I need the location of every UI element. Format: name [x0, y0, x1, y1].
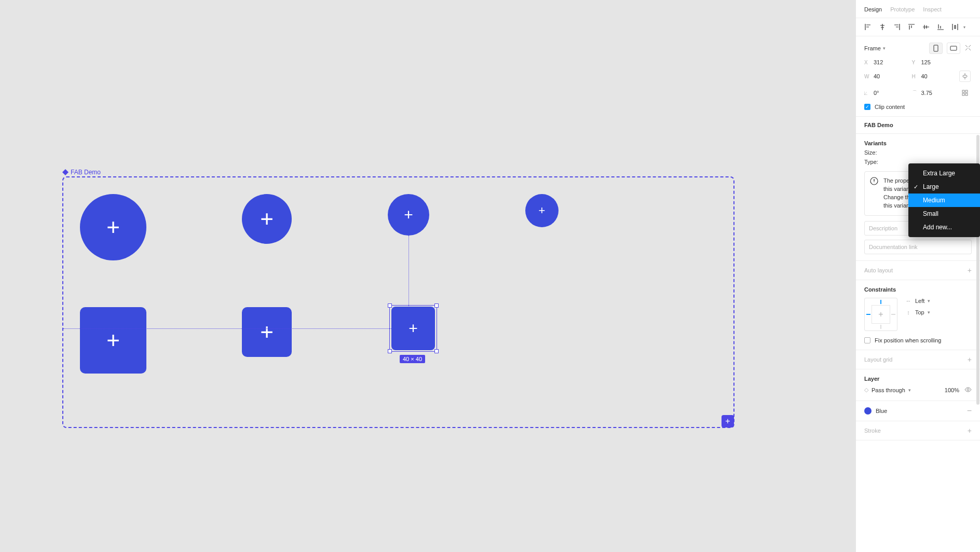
inspector-panel: Design Prototype Inspect ▾ Frame ▾ X 3: [855, 0, 980, 552]
w-label: W: [864, 74, 870, 79]
align-left-icon[interactable]: [864, 23, 872, 31]
dropdown-item-extra-large[interactable]: Extra Large: [908, 167, 980, 180]
constraint-bottom-indicator: [880, 325, 881, 329]
fab-variant-medium-square-selected[interactable]: +: [391, 307, 435, 350]
svg-rect-1: [950, 46, 957, 50]
align-center-v-icon[interactable]: [922, 23, 930, 31]
fill-swatch: [864, 407, 872, 415]
variants-title: Variants: [864, 140, 887, 146]
canvas[interactable]: FAB Demo + + + + + + + 40 × 40 +: [0, 0, 855, 552]
variant-size-label: Size:: [864, 149, 889, 156]
alignment-controls: ▾: [856, 18, 980, 36]
radius-value[interactable]: 3.75: [921, 90, 957, 96]
layer-opacity-value[interactable]: 100%: [945, 387, 959, 393]
constraints-section: Constraints + ↔ Left ▾ ↕ Top ▾: [856, 280, 980, 350]
clip-content-label: Clip content: [875, 104, 905, 110]
component-frame[interactable]: + + + + + + + 40 × 40 +: [62, 176, 734, 428]
plus-icon: +: [878, 310, 883, 319]
fab-variant-extra-large-circle[interactable]: +: [80, 194, 146, 260]
distribute-icon[interactable]: [951, 23, 959, 31]
align-center-h-icon[interactable]: [879, 23, 886, 31]
plus-icon: +: [404, 207, 413, 223]
detach-style-button[interactable]: −: [967, 406, 972, 416]
constrain-proportions-button[interactable]: [959, 71, 971, 82]
blend-mode-dropdown[interactable]: ◇ Pass through ▾: [864, 387, 911, 393]
fix-position-label: Fix position when scrolling: [875, 337, 941, 343]
resize-handle-ne[interactable]: [434, 303, 439, 308]
fab-variant-medium-circle[interactable]: +: [388, 194, 429, 236]
resize-handle-sw[interactable]: [388, 349, 392, 353]
svg-rect-4: [962, 93, 964, 95]
constraint-horizontal-dropdown[interactable]: ↔ Left ▾: [905, 298, 930, 304]
clip-content-checkbox[interactable]: ✓: [864, 104, 870, 110]
add-stroke-button[interactable]: +: [968, 426, 972, 435]
dropdown-item-add-new[interactable]: Add new...: [908, 220, 980, 234]
component-icon: [62, 169, 69, 175]
orientation-portrait-button[interactable]: [929, 43, 943, 54]
layer-section: Layer ◇ Pass through ▾ 100%: [856, 369, 980, 401]
constraint-vertical-dropdown[interactable]: ↕ Top ▾: [905, 309, 930, 315]
add-layout-grid-button[interactable]: +: [968, 355, 972, 364]
auto-layout-section: Auto layout +: [856, 261, 980, 280]
align-right-icon[interactable]: [893, 23, 901, 31]
add-variant-button[interactable]: +: [722, 415, 734, 427]
frame-type-dropdown[interactable]: Frame ▾: [864, 45, 886, 51]
dropdown-item-large[interactable]: Large: [908, 180, 980, 194]
warning-icon: [870, 177, 878, 185]
variant-type-label: Type:: [864, 159, 889, 165]
h-value[interactable]: 40: [921, 73, 957, 79]
constraints-widget[interactable]: +: [864, 298, 897, 331]
h-label: H: [912, 74, 918, 79]
component-section: FAB Demo: [856, 117, 980, 134]
align-bottom-icon[interactable]: [937, 23, 944, 31]
chevron-down-icon: ▾: [908, 388, 911, 393]
fix-position-checkbox[interactable]: [864, 337, 870, 343]
x-label: X: [864, 60, 870, 65]
dropdown-item-medium[interactable]: Medium: [908, 194, 980, 207]
align-top-icon[interactable]: [908, 23, 915, 31]
plus-icon: +: [260, 208, 274, 230]
rotation-value[interactable]: 0°: [874, 90, 909, 96]
selection-dimensions: 40 × 40: [400, 355, 425, 363]
svg-point-7: [967, 389, 969, 391]
constraint-right-indicator: [891, 314, 895, 315]
dropdown-item-small[interactable]: Small: [908, 207, 980, 220]
tab-inspect[interactable]: Inspect: [923, 6, 941, 12]
y-value[interactable]: 125: [921, 59, 957, 65]
resize-handle-nw[interactable]: [388, 303, 392, 308]
distribute-chevron-icon[interactable]: ▾: [961, 23, 968, 31]
tab-prototype[interactable]: Prototype: [890, 6, 915, 12]
svg-rect-5: [965, 93, 968, 95]
fab-variant-large-circle[interactable]: +: [242, 194, 292, 244]
fab-variant-small-circle[interactable]: +: [525, 194, 559, 227]
constraint-left-indicator: [866, 314, 870, 315]
fab-variant-large-square[interactable]: +: [242, 307, 292, 357]
fab-variant-extra-large-square[interactable]: +: [80, 307, 146, 374]
tab-design[interactable]: Design: [864, 6, 882, 12]
radius-icon: ⌒: [912, 89, 918, 96]
blend-mode-value: Pass through: [872, 387, 905, 393]
constraint-top-indicator: [880, 300, 881, 304]
resize-to-fit-icon[interactable]: [964, 44, 972, 52]
alignment-guide-horizontal: [63, 328, 391, 329]
x-value[interactable]: 312: [874, 59, 909, 65]
resize-handle-se[interactable]: [434, 349, 439, 353]
orientation-landscape-button[interactable]: [947, 43, 960, 54]
plus-icon: +: [539, 205, 546, 216]
visibility-toggle-icon[interactable]: [964, 386, 972, 394]
constraints-title: Constraints: [864, 286, 896, 293]
rotation-icon: ⟀: [864, 90, 870, 96]
frame-section: Frame ▾ X 312 Y 125 W 40 H 40 ⟀ 0° ⌒ 3.7…: [856, 36, 980, 117]
component-label[interactable]: FAB Demo: [62, 169, 101, 176]
add-auto-layout-button[interactable]: +: [968, 266, 972, 274]
variant-size-dropdown[interactable]: Extra Large Large Medium Small Add new..…: [908, 163, 980, 237]
alignment-guide-vertical: [409, 236, 409, 307]
w-value[interactable]: 40: [874, 73, 909, 79]
variant-doc-link-input[interactable]: [864, 240, 972, 254]
layout-grid-section: Layout grid +: [856, 350, 980, 369]
component-label-text: FAB Demo: [71, 169, 101, 176]
independent-corners-button[interactable]: [959, 87, 971, 99]
chevron-down-icon: ▾: [928, 310, 930, 315]
fill-style-row[interactable]: Blue: [864, 407, 887, 415]
svg-rect-2: [962, 90, 964, 92]
